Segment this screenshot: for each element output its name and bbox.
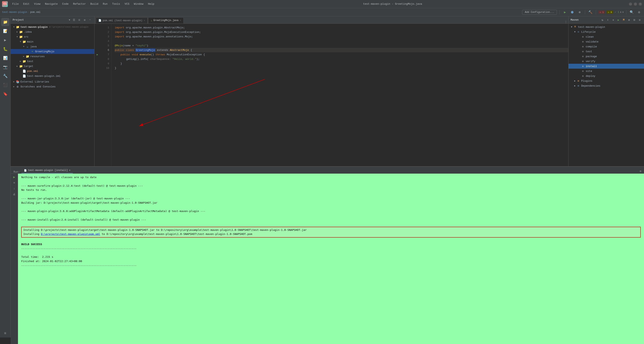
maven-m-button[interactable]: M (622, 18, 626, 22)
collapse-all-button[interactable]: ☰ (72, 18, 76, 22)
maven-run-button[interactable]: ▶ (616, 18, 621, 22)
nav-down[interactable]: ∨ (622, 11, 624, 14)
project-panel-dropdown[interactable]: ▼ (69, 19, 70, 21)
bottom-tab-close[interactable]: × (69, 169, 70, 172)
sidebar-terminal-icon[interactable]: ⬛ (1, 81, 10, 89)
tab-greetingmojo[interactable]: ☕ GreetingMojo.java × (148, 17, 184, 23)
search-button[interactable]: 🔍 (629, 9, 634, 15)
maven-settings-button[interactable]: ⚙ (638, 18, 642, 22)
maven-skip-button[interactable]: ⊘ (627, 18, 631, 22)
tree-external-libs[interactable]: ▶ 📚 External Libraries (11, 79, 94, 84)
menu-view[interactable]: View (32, 2, 42, 6)
add-configuration-button[interactable]: Add Configuration... (522, 10, 557, 15)
menu-navigate[interactable]: Navigate (43, 2, 60, 6)
menu-build[interactable]: Build (88, 2, 100, 6)
sidebar-project-icon[interactable]: 📁 (1, 18, 10, 26)
maven-project-root[interactable]: ▼ M test-maven-plugin (568, 24, 644, 29)
maven-verify[interactable]: ⚙ verify (568, 59, 644, 64)
maven-site[interactable]: ⚙ site (568, 69, 644, 74)
gutter-7[interactable]: ▶ (94, 52, 100, 57)
tree-scratches[interactable]: ▶ ⚙ Scratches and Consoles (11, 84, 94, 89)
tree-resources[interactable]: ▶ 📁 resources (11, 54, 94, 59)
sidebar-run-icon[interactable]: ▶ (1, 36, 10, 44)
error-badge[interactable]: ⚠ 1 (598, 11, 605, 14)
menu-code[interactable]: Code (60, 2, 70, 6)
maven-panel-header: Maven ↻ ⬇ ＋ ▶ M ⊘ ⊟ ⚙ (568, 16, 644, 24)
print-button[interactable]: 🖨 (12, 192, 16, 196)
console-output[interactable]: Nothing to compile - all classes are up … (18, 174, 644, 344)
maven-refresh-button[interactable]: ↻ (600, 18, 605, 22)
tree-test[interactable]: ▶ 📁 test (11, 59, 94, 64)
menu-bar[interactable]: File Edit View Navigate Code Refactor Bu… (10, 2, 156, 6)
scroll-end-button[interactable]: ↓ (12, 186, 16, 191)
maven-panel-title: Maven (570, 18, 578, 21)
tree-root[interactable]: ▼ 📁 test-maven-plugin D:\projects\test-m… (11, 24, 94, 29)
maven-add-button[interactable]: ＋ (611, 18, 615, 22)
maven-plugins-group[interactable]: ▶ ⊞ Plugins (568, 78, 644, 83)
maven-lifecycle-group[interactable]: ▼ ⊙ Lifecycle (568, 29, 644, 34)
bottom-settings-button[interactable]: ⚙ (638, 169, 643, 173)
pom-link[interactable]: D:\projects\test-maven-plugin\pom.xml (41, 232, 100, 235)
maximize-button[interactable]: □ (634, 2, 637, 6)
sidebar-bookmark-icon[interactable]: 🔖 (1, 90, 10, 98)
build-project-button[interactable]: 🔨 (588, 9, 593, 15)
tree-idea[interactable]: ▶ 📁 .idea (11, 29, 94, 34)
debug-button[interactable]: ⬢ (569, 9, 575, 15)
menu-vcs[interactable]: VCS (122, 2, 131, 6)
stop-button[interactable]: ■ (12, 180, 16, 185)
breadcrumb-file[interactable]: pom.xml (30, 11, 40, 14)
scroll-from-source-button[interactable]: ⊡ (77, 18, 82, 22)
maven-test[interactable]: ⚙ test (568, 49, 644, 54)
tree-iml[interactable]: ▶ 📄 test-maven-plugin.iml (11, 74, 94, 78)
menu-tools[interactable]: Tools (110, 2, 122, 6)
warning-badge[interactable]: ⚠ 3 (606, 11, 613, 14)
sidebar-wrench-icon[interactable]: 🔧 (1, 72, 10, 80)
nav-up[interactable]: ∧ (620, 11, 622, 14)
sidebar-camera-icon[interactable]: 📷 (1, 63, 10, 71)
bottom-tab-install[interactable]: 📄 test-maven-plugin [install] × (22, 168, 73, 173)
sidebar-debug-icon[interactable]: 🐛 (1, 45, 10, 53)
pom-tab-close[interactable]: × (144, 19, 145, 22)
menu-run[interactable]: Run (101, 2, 110, 6)
minimize-button[interactable]: — (629, 2, 632, 6)
menu-help[interactable]: Help (146, 2, 156, 6)
tree-src[interactable]: ▼ 📁 src (11, 34, 94, 39)
tree-target[interactable]: ▶ 📁 target (11, 64, 94, 69)
coverage-button[interactable]: ⊕ (577, 9, 582, 15)
sidebar-commit-icon[interactable]: 📝 (1, 27, 10, 35)
run-button[interactable]: ▶ (562, 9, 568, 15)
sidebar-structure-icon[interactable]: ≡ (1, 329, 10, 338)
maven-package[interactable]: ⚙ package (568, 54, 644, 59)
tree-java-folder[interactable]: ▼ ☕ java (11, 44, 94, 49)
tree-pom[interactable]: ▶ 📄 pom.xml (11, 69, 94, 74)
maven-validate[interactable]: ⚙ validate (568, 39, 644, 44)
breadcrumb-project[interactable]: test-maven-plugin (2, 11, 27, 14)
menu-refactor[interactable]: Refactor (71, 2, 88, 6)
maven-collapse-button[interactable]: ⊟ (632, 18, 637, 22)
maven-deploy[interactable]: ⚙ deploy (568, 74, 644, 78)
maven-install[interactable]: ⚙ install (568, 64, 644, 69)
panel-settings-button[interactable]: ⚙ (82, 18, 87, 22)
maven-clean[interactable]: ⚙ clean (568, 34, 644, 39)
tab-pom-xml[interactable]: 📄 pom.xml (test-maven-plugin) × (96, 17, 148, 23)
rerun-button[interactable]: ▶ (12, 175, 16, 179)
greetingmojo-tab-close[interactable]: × (180, 19, 181, 22)
annotation: @Mojo (115, 44, 123, 47)
menu-window[interactable]: Window (132, 2, 146, 6)
tree-greetingmojo[interactable]: ▶ ● GreetingMojo (11, 49, 94, 54)
install-label: install (586, 65, 597, 68)
toolbar: test-maven-plugin › pom.xml Add Configur… (0, 8, 644, 16)
close-class: } (115, 67, 116, 70)
menu-edit[interactable]: Edit (21, 2, 32, 6)
sidebar-profiler-icon[interactable]: 📊 (1, 54, 10, 62)
settings-button[interactable]: ⚙ (636, 9, 642, 15)
tree-main[interactable]: ▼ 📁 main (11, 39, 94, 44)
maven-download-button[interactable]: ⬇ (606, 18, 610, 22)
run-gutter-icon[interactable]: ▶ (96, 53, 98, 56)
tabs-overflow[interactable]: ⋮ (565, 20, 567, 23)
menu-file[interactable]: File (10, 2, 21, 6)
close-button[interactable]: × (639, 2, 642, 6)
maven-dependencies-group[interactable]: ▶ ⊞ Dependencies (568, 83, 644, 88)
maven-compile[interactable]: ⚙ compile (568, 44, 644, 49)
panel-minimize-button[interactable]: − (88, 18, 92, 22)
